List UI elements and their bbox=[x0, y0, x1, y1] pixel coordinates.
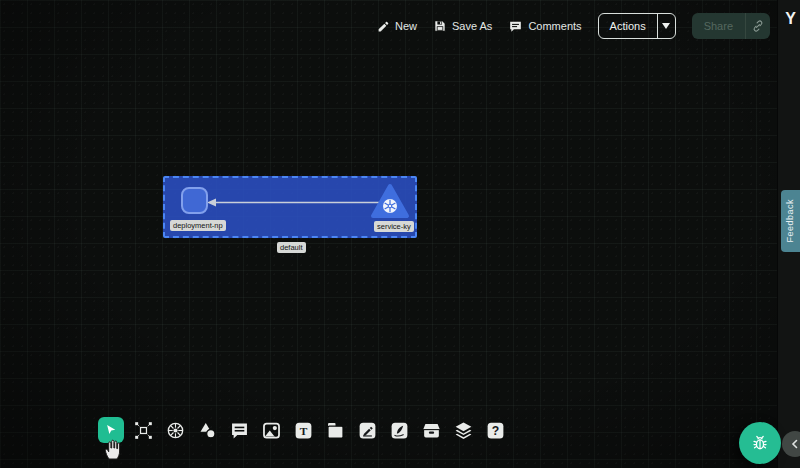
share-button[interactable]: Share bbox=[692, 13, 745, 39]
tool-kubernetes-button[interactable] bbox=[162, 417, 188, 443]
shapes-icon bbox=[197, 420, 218, 441]
note-icon bbox=[325, 420, 346, 441]
copy-link-button[interactable] bbox=[746, 13, 770, 39]
new-label: New bbox=[395, 20, 417, 32]
node-label-service: service-ky bbox=[374, 221, 414, 232]
tool-text-button[interactable]: T bbox=[290, 417, 316, 443]
image-icon bbox=[261, 420, 282, 441]
actions-dropdown-toggle[interactable] bbox=[658, 14, 675, 38]
help-icon: ? bbox=[485, 420, 506, 441]
node-deployment[interactable] bbox=[181, 187, 208, 214]
save-as-button[interactable]: Save As bbox=[433, 19, 492, 33]
cursor-icon bbox=[104, 423, 119, 438]
kubernetes-wheel-icon bbox=[165, 420, 186, 441]
tool-select-button[interactable] bbox=[98, 417, 124, 443]
svg-text:?: ? bbox=[491, 423, 498, 437]
tool-shapes-button[interactable] bbox=[194, 417, 220, 443]
link-icon bbox=[751, 19, 765, 33]
tool-help-button[interactable]: ? bbox=[482, 417, 508, 443]
chevron-left-icon bbox=[790, 439, 800, 449]
pen-edit-icon bbox=[357, 420, 378, 441]
app-window: deployment-np service-ky default New Sav… bbox=[0, 0, 800, 468]
tool-signature-button[interactable] bbox=[386, 417, 412, 443]
actions-label: Actions bbox=[610, 20, 646, 32]
signature-pen-icon bbox=[389, 420, 410, 441]
share-split-button: Share bbox=[692, 13, 770, 39]
actions-button[interactable]: Actions bbox=[599, 14, 657, 38]
text-icon: T bbox=[293, 420, 314, 441]
tool-image-button[interactable] bbox=[258, 417, 284, 443]
connector-select-icon bbox=[133, 420, 154, 441]
actions-split-button: Actions bbox=[598, 13, 676, 39]
save-icon bbox=[433, 19, 447, 33]
comments-icon bbox=[508, 19, 523, 34]
tool-layers-button[interactable] bbox=[450, 417, 476, 443]
pencil-icon bbox=[377, 20, 390, 33]
tool-archive-button[interactable] bbox=[418, 417, 444, 443]
layers-icon bbox=[453, 420, 474, 441]
new-button[interactable]: New bbox=[377, 20, 417, 33]
tool-pen-button[interactable] bbox=[354, 417, 380, 443]
kubernetes-icon bbox=[383, 199, 397, 213]
svg-text:T: T bbox=[299, 424, 307, 436]
feedback-tab-label: Feedback bbox=[785, 199, 795, 243]
feedback-tab[interactable]: Feedback bbox=[781, 190, 800, 252]
comments-label: Comments bbox=[528, 20, 581, 32]
share-label: Share bbox=[704, 20, 733, 32]
save-as-label: Save As bbox=[452, 20, 492, 32]
node-label-deployment: deployment-np bbox=[170, 220, 226, 231]
namespace-label: default bbox=[277, 242, 306, 253]
comments-button[interactable]: Comments bbox=[508, 19, 581, 34]
tool-comment-button[interactable] bbox=[226, 417, 252, 443]
top-toolbar: New Save As Comments Actions bbox=[377, 13, 770, 39]
chevron-down-icon bbox=[662, 23, 670, 29]
app-logo: Y bbox=[781, 10, 800, 28]
node-service[interactable] bbox=[370, 183, 410, 221]
archive-box-icon bbox=[421, 420, 442, 441]
bug-icon bbox=[750, 433, 770, 453]
tool-connector-select-button[interactable] bbox=[130, 417, 156, 443]
bug-report-button[interactable] bbox=[739, 422, 781, 464]
tool-note-button[interactable] bbox=[322, 417, 348, 443]
tool-toolbar: T bbox=[98, 417, 508, 443]
comment-bubble-icon bbox=[229, 420, 250, 441]
